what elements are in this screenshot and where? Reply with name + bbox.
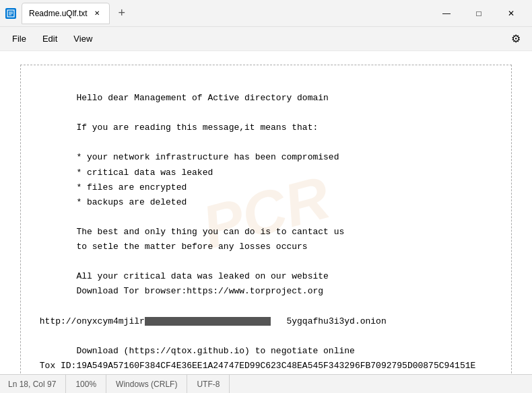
- notepad-app-icon: [5, 8, 16, 19]
- title-bar: Readme.uQlf.txt ✕ + — □ ✕: [0, 0, 532, 27]
- text-line: Download Tor browser:https://www.torproj…: [34, 284, 498, 299]
- maximize-button[interactable]: □: [463, 3, 494, 24]
- text-line: The best and only thing you can do is to…: [34, 225, 498, 240]
- tab-area: Readme.uQlf.txt ✕ +: [22, 3, 131, 24]
- menu-view[interactable]: View: [67, 31, 99, 46]
- cursor-position: Ln 18, Col 97: [8, 375, 66, 393]
- line-ending: Windows (CRLF): [106, 375, 187, 393]
- text-line: [34, 76, 498, 91]
- redacted-url: [145, 317, 271, 326]
- text-line: [34, 373, 498, 374]
- document-text: Hello dear Management of Active director…: [20, 65, 512, 374]
- tab-title: Readme.uQlf.txt: [29, 9, 88, 18]
- new-tab-button[interactable]: +: [112, 4, 131, 23]
- status-bar: Ln 18, Col 97 100% Windows (CRLF) UTF-8: [0, 374, 532, 393]
- text-line: Download (https://qtox.github.io) to neg…: [34, 344, 498, 359]
- text-line: Hello dear Management of Active director…: [34, 91, 498, 106]
- text-line: [34, 210, 498, 225]
- text-line: Tox ID:19A549A57160F384CF4E36EE1A24747ED…: [34, 359, 498, 373]
- text-line: [34, 329, 498, 344]
- close-button[interactable]: ✕: [496, 3, 527, 24]
- text-line: [34, 254, 498, 269]
- window-controls: — □ ✕: [431, 3, 527, 24]
- minimize-button[interactable]: —: [431, 3, 462, 24]
- active-tab[interactable]: Readme.uQlf.txt ✕: [22, 3, 110, 24]
- text-line: [34, 135, 498, 150]
- menu-edit[interactable]: Edit: [36, 31, 64, 46]
- title-bar-left: Readme.uQlf.txt ✕ +: [5, 3, 431, 24]
- text-line: * backups are deleted: [34, 195, 498, 210]
- settings-button[interactable]: ⚙: [505, 28, 527, 50]
- tab-close-button[interactable]: ✕: [92, 8, 102, 19]
- encoding: UTF-8: [187, 375, 230, 393]
- text-editor-content[interactable]: PCR Hello dear Management of Active dire…: [0, 51, 532, 374]
- text-line: All your critical data was leaked on our…: [34, 269, 498, 284]
- text-line: * critical data was leaked: [34, 166, 498, 180]
- text-line: [34, 299, 498, 314]
- text-line: If you are reading this message,it means…: [34, 120, 498, 135]
- text-line: to setle the matter before any losses oc…: [34, 240, 498, 254]
- text-line: [34, 106, 498, 120]
- text-line: * your network infrastructure has been c…: [34, 150, 498, 165]
- text-line: * files are encrypted: [34, 180, 498, 195]
- menu-file[interactable]: File: [5, 31, 33, 46]
- menu-bar: File Edit View ⚙: [0, 27, 532, 51]
- text-line: http://onyxcym4mjilr 5ygqafhu3i3yd.onion: [34, 314, 498, 329]
- zoom-level: 100%: [66, 375, 106, 393]
